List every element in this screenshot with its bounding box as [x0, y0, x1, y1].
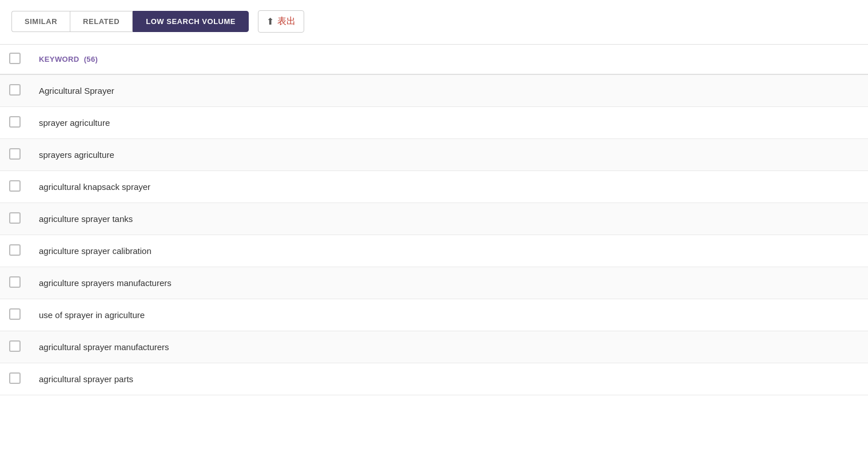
- row-checkbox-cell: [0, 171, 30, 203]
- row-checkbox[interactable]: [9, 244, 21, 256]
- keyword-column-header: KEYWORD (56): [30, 45, 868, 75]
- keyword-text: agricultural sprayer parts: [39, 374, 133, 384]
- row-checkbox[interactable]: [9, 340, 21, 352]
- keyword-cell: agriculture sprayers manufacturers: [30, 267, 868, 299]
- keyword-header-label: KEYWORD (56): [39, 55, 98, 64]
- row-checkbox[interactable]: [9, 180, 21, 192]
- row-checkbox-cell: [0, 267, 30, 299]
- keyword-cell: agricultural knapsack sprayer: [30, 171, 868, 203]
- table-row: agricultural sprayer manufacturers: [0, 331, 868, 363]
- keyword-text: use of sprayer in agriculture: [39, 310, 145, 320]
- table-row: agricultural knapsack sprayer: [0, 171, 868, 203]
- row-checkbox[interactable]: [9, 372, 21, 384]
- table-row: Agricultural Sprayer: [0, 74, 868, 107]
- row-checkbox-cell: [0, 235, 30, 267]
- row-checkbox-cell: [0, 299, 30, 331]
- table-row: use of sprayer in agriculture: [0, 299, 868, 331]
- tab-related[interactable]: RELATED: [70, 11, 133, 32]
- keyword-text: Agricultural Sprayer: [39, 86, 114, 96]
- keyword-cell: sprayers agriculture: [30, 139, 868, 171]
- tab-similar[interactable]: SIMILAR: [11, 11, 70, 32]
- keyword-list: Agricultural Sprayersprayer agricultures…: [0, 74, 868, 395]
- row-checkbox-cell: [0, 363, 30, 395]
- keyword-cell: Agricultural Sprayer: [30, 74, 868, 107]
- keyword-table: KEYWORD (56) Agricultural Sprayersprayer…: [0, 44, 868, 395]
- row-checkbox[interactable]: [9, 212, 21, 224]
- export-button[interactable]: ⬆ 表出: [258, 10, 304, 33]
- table-row: agricultural sprayer parts: [0, 363, 868, 395]
- table-row: sprayers agriculture: [0, 139, 868, 171]
- keyword-text: agriculture sprayers manufacturers: [39, 278, 172, 288]
- keyword-cell: use of sprayer in agriculture: [30, 299, 868, 331]
- row-checkbox[interactable]: [9, 84, 21, 96]
- row-checkbox[interactable]: [9, 276, 21, 288]
- row-checkbox-cell: [0, 203, 30, 235]
- row-checkbox[interactable]: [9, 116, 21, 128]
- table-row: agriculture sprayer tanks: [0, 203, 868, 235]
- row-checkbox-cell: [0, 107, 30, 139]
- page-wrapper: SIMILAR RELATED LOW SEARCH VOLUME ⬆ 表出 K…: [0, 0, 868, 476]
- tabs-bar: SIMILAR RELATED LOW SEARCH VOLUME ⬆ 表出: [0, 0, 868, 33]
- row-checkbox-cell: [0, 74, 30, 107]
- row-checkbox-cell: [0, 331, 30, 363]
- row-checkbox[interactable]: [9, 148, 21, 160]
- keyword-cell: agricultural sprayer parts: [30, 363, 868, 395]
- keyword-cell: agricultural sprayer manufacturers: [30, 331, 868, 363]
- table-row: agriculture sprayers manufacturers: [0, 267, 868, 299]
- keyword-cell: sprayer agriculture: [30, 107, 868, 139]
- table-header-row: KEYWORD (56): [0, 45, 868, 75]
- table-row: agriculture sprayer calibration: [0, 235, 868, 267]
- header-checkbox-cell: [0, 45, 30, 75]
- keyword-text: agriculture sprayer tanks: [39, 214, 133, 224]
- table-row: sprayer agriculture: [0, 107, 868, 139]
- upload-icon: ⬆: [266, 16, 274, 27]
- keyword-cell: agriculture sprayer tanks: [30, 203, 868, 235]
- table-export-icon: 表出: [277, 15, 296, 27]
- row-checkbox[interactable]: [9, 308, 21, 320]
- row-checkbox-cell: [0, 139, 30, 171]
- keyword-text: agriculture sprayer calibration: [39, 246, 152, 256]
- keyword-text: agricultural knapsack sprayer: [39, 182, 150, 192]
- keyword-cell: agriculture sprayer calibration: [30, 235, 868, 267]
- keyword-text: agricultural sprayer manufacturers: [39, 342, 169, 352]
- keyword-text: sprayers agriculture: [39, 150, 114, 160]
- select-all-checkbox[interactable]: [9, 53, 21, 64]
- tab-low-search-volume[interactable]: LOW SEARCH VOLUME: [133, 11, 249, 32]
- keyword-text: sprayer agriculture: [39, 118, 110, 128]
